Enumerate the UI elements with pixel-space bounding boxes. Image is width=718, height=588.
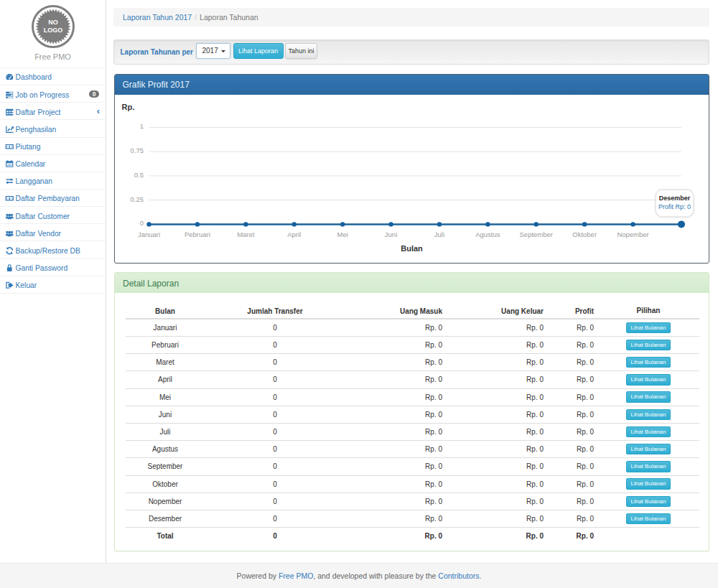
- svg-text:LOGO: LOGO: [44, 27, 63, 34]
- svg-text:NO: NO: [48, 19, 58, 26]
